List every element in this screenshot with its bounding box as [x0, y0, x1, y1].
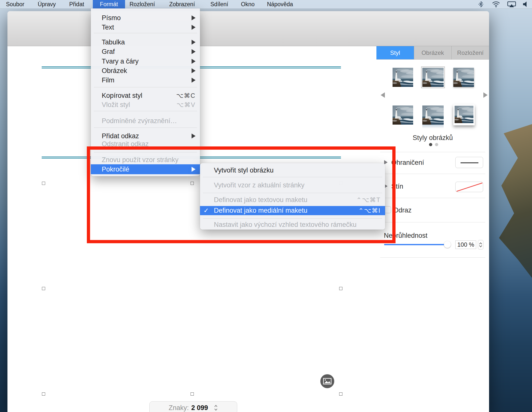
- selection-handle[interactable]: [42, 287, 45, 290]
- tab-styl[interactable]: Styl: [376, 46, 414, 59]
- menu-item-kopirovat-styl[interactable]: Kopírovat styl⌥⌘C: [91, 91, 200, 100]
- submenu-arrow-icon: [192, 78, 196, 83]
- image-style-thumbnail[interactable]: [453, 104, 475, 125]
- submenu-arrow-icon: [192, 68, 196, 73]
- inspector-tabs: Styl Obrázek Rozložení: [376, 46, 489, 60]
- menu-bar: Soubor Úpravy Přidat Formát Rozložení Zo…: [0, 0, 532, 9]
- tab-rozlozeni[interactable]: Rozložení: [452, 46, 489, 59]
- border-row-label: Ohraničení: [391, 159, 424, 167]
- volume-icon[interactable]: [523, 1, 529, 7]
- shadow-style-well[interactable]: [455, 182, 483, 192]
- menu-separator: [94, 33, 197, 33]
- menu-item-tvary-a-cary[interactable]: Tvary a čáry: [91, 57, 200, 66]
- menu-item-vlozit-styl: Vložit styl⌥⌘V: [91, 101, 200, 109]
- menubar-item-sdileni[interactable]: Sdílení: [210, 0, 228, 8]
- menubar-item-zobrazeni[interactable]: Zobrazení: [169, 0, 195, 8]
- reflection-row-label: Odraz: [393, 206, 412, 214]
- submenu-arrow-icon: [192, 25, 196, 30]
- no-shadow-icon: [456, 182, 483, 192]
- submenu-arrow-icon: [192, 40, 196, 45]
- menu-item-podminene-zvyrazneni: Podmíněné zvýraznění…: [91, 117, 200, 125]
- menu-item-film[interactable]: Film: [91, 76, 200, 84]
- selection-handle[interactable]: [339, 392, 342, 396]
- styles-prev-arrow[interactable]: [381, 92, 385, 98]
- styles-caption: Styly obrázků: [413, 134, 453, 142]
- selection-handle[interactable]: [42, 182, 45, 185]
- styles-next-arrow[interactable]: [483, 92, 488, 98]
- menu-separator: [94, 111, 197, 111]
- shortcut: ⌥⌘V: [177, 101, 196, 108]
- photo-icon: [323, 378, 332, 384]
- submenu-arrow-icon: [192, 134, 196, 138]
- shortcut: ⌥⌘C: [176, 92, 196, 99]
- wifi-icon[interactable]: [492, 1, 500, 7]
- menu-separator: [94, 128, 197, 128]
- menubar-item-upravy[interactable]: Úpravy: [38, 0, 56, 8]
- menubar-item-rozlozeni[interactable]: Rozložení: [130, 0, 155, 8]
- word-count-pill[interactable]: Znaky: 2 099: [149, 401, 237, 412]
- stepper-up-icon: [479, 242, 482, 244]
- menu-separator: [94, 87, 197, 87]
- opacity-slider-handle[interactable]: [444, 241, 451, 248]
- menu-item-graf[interactable]: Graf: [91, 47, 200, 56]
- divider: [380, 222, 485, 222]
- image-style-thumbnail[interactable]: [422, 105, 444, 125]
- stepper-down-icon: [479, 245, 482, 247]
- menu-item-obrazek[interactable]: Obrázek: [91, 67, 200, 75]
- menu-item-text[interactable]: Text: [91, 23, 200, 32]
- divider: [380, 174, 485, 174]
- image-style-thumbnail[interactable]: [453, 68, 474, 87]
- image-style-thumbnail[interactable]: [393, 68, 413, 87]
- tab-obrazek[interactable]: Obrázek: [414, 46, 452, 59]
- selection-handle[interactable]: [42, 392, 45, 396]
- char-count-value: 2 099: [191, 404, 208, 412]
- menubar-item-okno[interactable]: Okno: [241, 0, 255, 8]
- char-count-label: Znaky:: [169, 404, 189, 412]
- submenu-arrow-icon: [192, 49, 196, 54]
- annotation-red-rectangle: [87, 146, 396, 243]
- page-dot-active[interactable]: [429, 143, 432, 146]
- selection-handle[interactable]: [339, 287, 342, 290]
- divider: [380, 198, 485, 198]
- menubar-item-pridat[interactable]: Přidat: [69, 0, 84, 8]
- media-placeholder-badge[interactable]: [320, 374, 335, 389]
- opacity-stepper[interactable]: [478, 240, 483, 249]
- image-style-thumbnail[interactable]: [393, 105, 413, 125]
- page-dot[interactable]: [435, 143, 438, 146]
- image-style-thumbnail-selected[interactable]: [422, 68, 444, 87]
- selection-handle[interactable]: [191, 392, 194, 396]
- menu-item-pridat-odkaz[interactable]: Přidat odkaz: [91, 132, 200, 140]
- bluetooth-icon[interactable]: [478, 1, 484, 7]
- count-stepper-icon[interactable]: [214, 405, 218, 411]
- border-style-well[interactable]: [455, 157, 483, 168]
- opacity-value-field[interactable]: 100 %: [455, 240, 476, 249]
- submenu-arrow-icon: [192, 15, 196, 20]
- opacity-slider-track[interactable]: [384, 244, 449, 245]
- submenu-arrow-icon: [192, 59, 196, 64]
- menu-item-pismo[interactable]: Písmo: [91, 14, 200, 22]
- menu-item-tabulka[interactable]: Tabulka: [91, 38, 200, 46]
- menubar-item-format[interactable]: Formát: [93, 0, 125, 8]
- divider: [380, 152, 485, 152]
- window-header: [7, 11, 489, 46]
- reflection-effect: [422, 125, 444, 129]
- screen: Bez názvu Zobrazení 125 % Velikost Přida…: [0, 0, 532, 412]
- opacity-slider-fill: [384, 244, 447, 245]
- divider: [380, 257, 485, 258]
- line-style-icon: [456, 157, 483, 168]
- menubar-item-napoveda[interactable]: Nápověda: [267, 0, 293, 8]
- airplay-icon[interactable]: [507, 1, 516, 7]
- menubar-item-soubor[interactable]: Soubor: [6, 0, 24, 8]
